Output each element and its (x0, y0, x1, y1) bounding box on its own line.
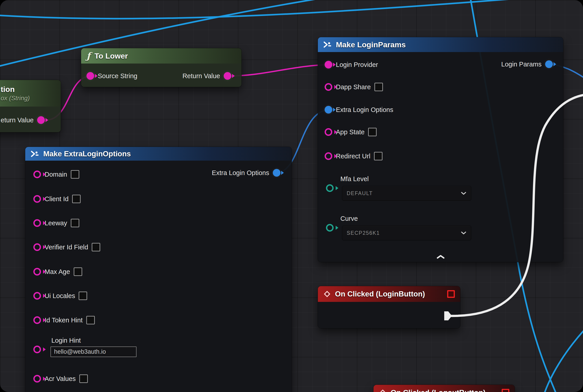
pin-row-domain: Domain (33, 170, 79, 179)
pin-default-checkbox[interactable] (374, 152, 382, 160)
pin-label: Extra Login Options (212, 169, 269, 177)
node-subtitle: ox (String) (1, 94, 30, 102)
pin-default-checkbox[interactable] (92, 243, 100, 252)
string-input-pin[interactable] (324, 83, 332, 91)
pin-label: Acr Values (44, 375, 76, 382)
pin-default-checkbox[interactable] (374, 83, 383, 91)
string-input-pin[interactable] (33, 292, 41, 300)
mfa-level-dropdown[interactable]: DEFAULT (342, 186, 471, 201)
node-make-login-params[interactable]: Make LoginParams Login Provider Dapp Sha… (318, 37, 563, 262)
pin-label: Source String (98, 72, 138, 80)
exec-output-pin[interactable] (444, 311, 452, 320)
pin-label: Extra Login Options (336, 106, 393, 114)
make-struct-icon (31, 150, 39, 157)
pin-default-checkbox[interactable] (71, 219, 79, 227)
string-input-pin[interactable] (33, 195, 41, 203)
pin-row-leeway: Leeway (33, 219, 79, 227)
pin-default-checkbox[interactable] (368, 128, 377, 136)
pin-default-checkbox[interactable] (78, 292, 87, 300)
pin-label: Mfa Level (340, 175, 369, 183)
pin-label: Max Age (44, 268, 70, 276)
chevron-up-icon (436, 254, 446, 259)
pin-row-id-token-hint: Id Token Hint (33, 316, 95, 324)
pin-row-ui-locales: Ui Locales (33, 292, 87, 300)
pin-label: Redirect Url (336, 152, 370, 160)
node-header[interactable]: Make LoginParams (318, 37, 563, 52)
node-title: Make LoginParams (336, 40, 406, 49)
pin-row-redirect-url: Redirect Url (324, 152, 382, 160)
pin-label: App State (336, 128, 364, 136)
pin-row-return-value: eturn Value (1, 116, 45, 124)
pin-label: eturn Value (1, 116, 34, 124)
pin-row-max-age: Max Age (33, 268, 82, 276)
event-diamond-icon (323, 290, 331, 298)
node-header[interactable]: On Clicked (LoginButton) (318, 286, 460, 302)
pin-row-login-provider: Login Provider (324, 61, 378, 68)
pin-row-app-state: App State (324, 128, 377, 136)
node-text-getter-partial[interactable]: tion ox (String) eturn Value (0, 80, 61, 132)
string-output-pin[interactable] (37, 116, 45, 124)
pin-label: Verifier Id Field (44, 244, 88, 251)
pin-label: Leeway (44, 220, 67, 227)
node-header[interactable]: On Clicked (LogoutButton) (374, 385, 515, 392)
pin-default-checkbox[interactable] (74, 268, 82, 276)
pin-default-checkbox[interactable] (79, 374, 88, 383)
string-output-pin[interactable] (224, 72, 231, 80)
struct-output-pin[interactable] (273, 169, 280, 177)
pin-label: Return Value (182, 72, 220, 80)
blueprint-graph-canvas[interactable]: tion ox (String) eturn Value ƒ To Lower … (0, 0, 583, 392)
pin-row: Source String Return Value (86, 72, 231, 80)
string-input-pin[interactable] (33, 170, 41, 178)
node-title: On Clicked (LogoutButton) (390, 388, 486, 392)
curve-dropdown[interactable]: SECP256K1 (342, 226, 471, 240)
string-input-pin[interactable] (324, 152, 332, 160)
node-on-clicked-login-button[interactable]: On Clicked (LoginButton) (318, 286, 460, 328)
string-input-pin[interactable] (324, 128, 332, 136)
bound-event-icon[interactable] (447, 290, 455, 298)
string-input-pin[interactable] (86, 72, 94, 80)
pin-label: Login Hint (51, 337, 81, 344)
pin-default-checkbox[interactable] (72, 195, 81, 203)
pin-label: Login Params (501, 60, 542, 68)
struct-input-pin[interactable] (324, 106, 332, 114)
enum-input-pin[interactable] (326, 224, 334, 232)
pin-label: Client Id (44, 195, 68, 203)
pin-row-login-params-out: Login Params (501, 60, 553, 68)
node-header[interactable]: ƒ To Lower (81, 48, 242, 64)
node-to-lower[interactable]: ƒ To Lower Source String Return Value (81, 48, 242, 87)
node-on-clicked-logout-button[interactable]: On Clicked (LogoutButton) (374, 385, 515, 392)
pin-row-acr-values: Acr Values (33, 374, 88, 383)
event-diamond-icon (379, 389, 386, 392)
node-title: On Clicked (LoginButton) (335, 290, 425, 298)
struct-output-pin[interactable] (545, 60, 553, 68)
pure-function-icon: ƒ (86, 51, 90, 60)
login-hint-input[interactable] (50, 346, 136, 357)
string-input-pin[interactable] (33, 346, 41, 353)
node-header[interactable]: Make ExtraLoginOptions (25, 147, 292, 161)
string-input-pin[interactable] (33, 268, 41, 276)
node-header[interactable]: tion ox (String) (0, 80, 61, 106)
pin-default-checkbox[interactable] (71, 170, 79, 179)
pin-label: Ui Locales (44, 292, 75, 300)
string-input-pin[interactable] (33, 243, 41, 251)
string-input-pin[interactable] (33, 375, 41, 382)
pin-label: Login Provider (336, 61, 378, 68)
string-input-pin[interactable] (324, 61, 332, 68)
dropdown-value: SECP256K1 (347, 230, 380, 236)
pin-row-extra-login-options: Extra Login Options (324, 106, 393, 114)
pin-label: Id Token Hint (44, 316, 83, 324)
make-struct-icon (323, 41, 332, 48)
enum-input-pin[interactable] (326, 184, 334, 192)
node-make-extra-login-options[interactable]: Make ExtraLoginOptions Domain Client Id … (25, 147, 292, 392)
string-input-pin[interactable] (33, 219, 41, 227)
collapse-advanced-button[interactable] (436, 254, 446, 260)
chevron-down-icon (461, 192, 466, 195)
pin-default-checkbox[interactable] (86, 316, 95, 324)
pin-row-client-id: Client Id (33, 195, 81, 203)
pin-label: Dapp Share (336, 83, 371, 91)
node-title: Make ExtraLoginOptions (43, 150, 131, 158)
bound-event-icon[interactable] (502, 389, 509, 392)
node-title: tion (1, 85, 15, 94)
node-title: To Lower (94, 52, 128, 60)
string-input-pin[interactable] (33, 316, 41, 324)
